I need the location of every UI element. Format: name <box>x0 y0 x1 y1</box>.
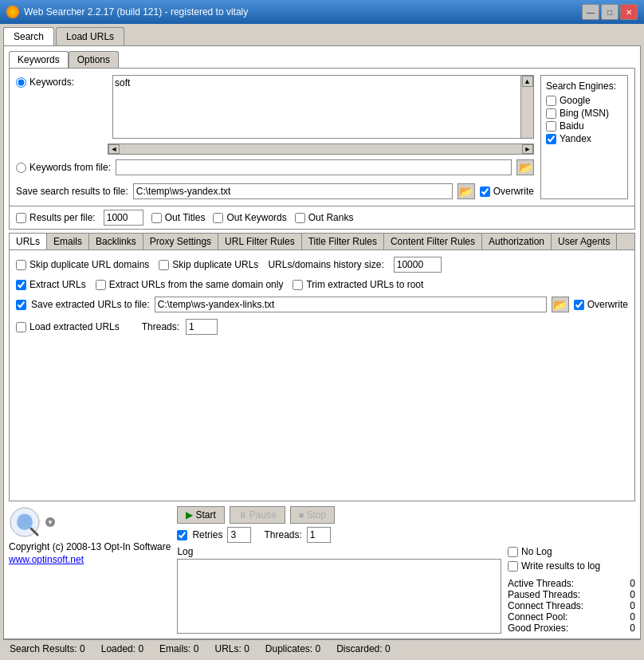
skip-dup-domains-wrap: Skip duplicate URL domains <box>16 259 149 270</box>
engine-baidu-checkbox[interactable] <box>546 121 556 132</box>
url-tab-title-filter[interactable]: Title Filter Rules <box>302 234 384 249</box>
engine-bing-checkbox[interactable] <box>546 108 556 119</box>
stop-icon: ■ <box>299 510 304 520</box>
url-tab-url-filter[interactable]: URL Filter Rules <box>218 234 302 249</box>
radio-keywords[interactable] <box>16 77 26 88</box>
logo-img: ▼ <box>9 506 55 538</box>
url-tab-proxy[interactable]: Proxy Settings <box>143 234 218 249</box>
results-per-file-input[interactable] <box>104 210 143 226</box>
good-proxies-value: 0 <box>630 623 635 634</box>
out-ranks-wrap: Out Ranks <box>295 212 354 223</box>
engine-yandex-checkbox[interactable] <box>546 134 556 144</box>
url-tab-auth[interactable]: Authorization <box>482 234 552 249</box>
extract-urls-checkbox[interactable] <box>16 280 26 290</box>
keywords-textarea[interactable]: soft <box>113 76 520 138</box>
save-extracted-input[interactable] <box>155 297 547 312</box>
save-to-browse-button[interactable]: 📂 <box>457 183 475 199</box>
stat-good-proxies: Good Proxies: 0 <box>508 623 635 634</box>
history-input[interactable] <box>394 257 442 273</box>
paused-threads-label: Paused Threads: <box>508 589 580 600</box>
load-extracted-checkbox[interactable] <box>16 322 26 332</box>
results-options-row: Results per file: Out Titles Out Keyword… <box>9 206 635 230</box>
scrollbar-up[interactable]: ▲ <box>522 76 533 87</box>
from-file-input[interactable] <box>116 159 512 175</box>
search-engines-box: Search Engines: Google Bing (MSN) Baidu … <box>540 75 628 199</box>
save-extracted-label: Save extracted URLs to file: <box>31 299 150 310</box>
url-tab-agents[interactable]: User Agents <box>552 234 617 249</box>
stat-connect-pool: Connect Pool: 0 <box>508 611 635 623</box>
history-label: URLs/domains history size: <box>268 259 383 270</box>
overwrite-label: Overwrite <box>493 186 534 197</box>
minimize-button[interactable]: — <box>582 4 599 20</box>
url-tab-content-filter[interactable]: Content Filter Rules <box>384 234 482 249</box>
logo-icon <box>9 506 41 538</box>
threads-main-input[interactable] <box>307 527 331 543</box>
paused-threads-value: 0 <box>630 589 635 600</box>
out-ranks-checkbox[interactable] <box>295 213 305 223</box>
maximize-button[interactable]: □ <box>601 4 618 20</box>
results-per-file-checkbox[interactable] <box>16 213 26 223</box>
out-titles-checkbox[interactable] <box>151 213 162 223</box>
save-extracted-browse-button[interactable]: 📂 <box>552 297 569 312</box>
url-tab-backlinks[interactable]: Backlinks <box>89 234 143 249</box>
save-to-label: Save search results to file: <box>16 186 128 197</box>
start-button[interactable]: ▶ Start <box>177 506 224 524</box>
url-tab-urls[interactable]: URLs <box>10 234 47 249</box>
no-log-label: No Log <box>521 546 552 557</box>
radio-from-file[interactable] <box>16 163 26 173</box>
out-keywords-checkbox[interactable] <box>213 213 223 223</box>
out-keywords-wrap: Out Keywords <box>213 212 286 223</box>
window-controls: — □ ✕ <box>582 4 638 20</box>
retries-input[interactable] <box>227 527 251 543</box>
threads-label: Threads: <box>142 321 179 332</box>
stat-active-threads: Active Threads: 0 <box>508 578 635 589</box>
logo-arrow: ▼ <box>45 517 55 527</box>
tab-load-urls[interactable]: Load URLs <box>56 27 124 45</box>
copyright-link[interactable]: www.optinsoft.net <box>9 554 84 565</box>
url-tab-emails[interactable]: Emails <box>47 234 89 249</box>
trim-extracted-checkbox[interactable] <box>293 280 303 290</box>
stop-button[interactable]: ■ Stop <box>290 506 335 524</box>
log-box <box>177 559 501 634</box>
connect-threads-value: 0 <box>630 600 635 611</box>
engine-bing-label: Bing (MSN) <box>560 108 609 119</box>
extracted-overwrite-checkbox[interactable] <box>574 300 584 310</box>
close-button[interactable]: ✕ <box>620 4 638 20</box>
stat-connect-threads: Connect Threads: 0 <box>508 600 635 611</box>
start-stop-row: ▶ Start ⏸ Pause ■ Stop <box>177 506 635 524</box>
scrollbar-left[interactable]: ◄ <box>108 144 120 154</box>
extract-same-domain-checkbox[interactable] <box>96 280 106 290</box>
write-results-checkbox[interactable] <box>508 561 518 572</box>
title-bar: Web Searcher 2.2.17 (build 121) - regist… <box>0 0 644 24</box>
trim-extracted-wrap: Trim extracted URLs to root <box>293 279 423 290</box>
skip-dup-urls-checkbox[interactable] <box>159 260 169 270</box>
engine-baidu-label: Baidu <box>560 120 584 132</box>
outer-tabs: Search Load URLs <box>3 27 641 45</box>
log-options-stats: No Log Write results to log Active Threa… <box>508 546 635 634</box>
status-emails: Emails: 0 <box>159 643 198 654</box>
save-extracted-checkbox[interactable] <box>16 300 26 310</box>
active-threads-label: Active Threads: <box>508 578 574 589</box>
from-file-browse-button[interactable]: 📂 <box>516 159 534 175</box>
engine-yandex: Yandex <box>546 133 622 144</box>
retries-checkbox[interactable] <box>177 530 187 540</box>
skip-dup-domains-checkbox[interactable] <box>16 260 26 270</box>
tab-keywords[interactable]: Keywords <box>9 51 69 68</box>
save-to-input[interactable] <box>133 183 453 199</box>
stat-paused-threads: Paused Threads: 0 <box>508 589 635 600</box>
tab-options[interactable]: Options <box>69 51 119 68</box>
engine-google-checkbox[interactable] <box>546 96 556 106</box>
scrollbar-right[interactable]: ► <box>522 144 533 154</box>
url-row-1: Skip duplicate URL domains Skip duplicat… <box>16 257 628 273</box>
tab-search[interactable]: Search <box>3 27 54 45</box>
threads-main-label: Threads: <box>264 529 301 540</box>
results-per-file-wrap: Results per file: <box>16 212 96 223</box>
out-titles-wrap: Out Titles <box>151 212 206 223</box>
retries-row: Retries Threads: <box>177 527 635 543</box>
overwrite-checkbox[interactable] <box>480 187 490 197</box>
log-label: Log <box>177 546 501 557</box>
save-extracted-row: Save extracted URLs to file: 📂 Overwrite <box>16 297 628 312</box>
threads-input[interactable] <box>186 319 218 335</box>
no-log-checkbox[interactable] <box>508 547 518 557</box>
pause-button[interactable]: ⏸ Pause <box>230 506 285 524</box>
